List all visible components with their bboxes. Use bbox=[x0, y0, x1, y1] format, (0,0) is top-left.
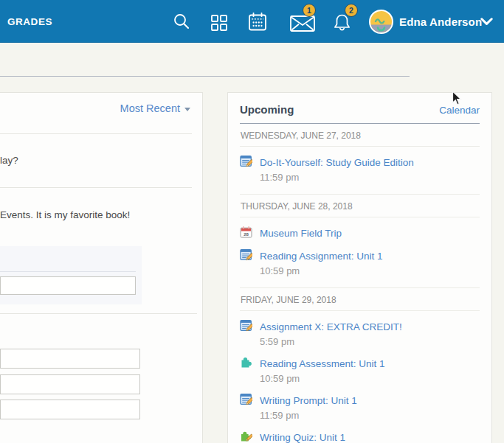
event-row: 28Museum Field Trip bbox=[240, 226, 480, 240]
event-details: Do-It-Yourself: Study Guide Edition11:59… bbox=[260, 156, 414, 183]
event-link[interactable]: Reading Assignment: Unit 1 bbox=[260, 251, 383, 262]
feed-divider bbox=[0, 187, 192, 188]
comment-box-divider bbox=[0, 271, 136, 272]
date-header: WEDNESDAY, JUNE 27, 2018 bbox=[240, 124, 480, 147]
feed-divider bbox=[0, 133, 192, 134]
page-divider bbox=[0, 76, 410, 77]
event-time: 10:59 pm bbox=[260, 265, 383, 276]
nav-item-grades[interactable]: GRADES bbox=[7, 0, 52, 43]
upcoming-section: THURSDAY, JUNE 28, 201828Museum Field Tr… bbox=[240, 195, 480, 288]
reply-input-1[interactable] bbox=[0, 349, 140, 369]
event-link[interactable]: Writing Quiz: Unit 1 bbox=[260, 432, 345, 443]
svg-text:28: 28 bbox=[244, 232, 249, 237]
event-details: Writing Prompt: Unit 111:59 pm bbox=[260, 394, 357, 421]
event-details: Assignment X: EXTRA CREDIT!5:59 pm bbox=[260, 320, 402, 347]
date-header: FRIDAY, JUNE 29, 2018 bbox=[240, 288, 480, 311]
calendar-icon[interactable] bbox=[248, 12, 267, 32]
assignment-icon bbox=[240, 155, 252, 167]
calendar-link[interactable]: Calendar bbox=[439, 105, 480, 116]
assignment-icon bbox=[240, 393, 252, 405]
event-link[interactable]: Museum Field Trip bbox=[260, 228, 342, 239]
upcoming-sections: WEDNESDAY, JUNE 27, 2018Do-It-Yourself: … bbox=[240, 124, 480, 443]
event-details: Reading Assessment: Unit 110:59 pm bbox=[260, 357, 385, 384]
event-details: Reading Assignment: Unit 110:59 pm bbox=[260, 249, 383, 276]
comment-box bbox=[0, 246, 142, 304]
sort-label: Most Recent bbox=[120, 102, 180, 114]
event-row: Do-It-Yourself: Study Guide Edition11:59… bbox=[240, 156, 480, 183]
event-list: 28Museum Field TripReading Assignment: U… bbox=[240, 217, 480, 288]
quiz-icon bbox=[240, 430, 252, 442]
reply-input-2[interactable] bbox=[0, 374, 140, 394]
chevron-down-icon[interactable] bbox=[480, 18, 493, 26]
reply-input-3[interactable] bbox=[0, 400, 140, 419]
feed-card: Most Recent lay? Events. It is my favori… bbox=[0, 92, 203, 443]
event-row: Writing Prompt: Unit 111:59 pm bbox=[240, 394, 480, 421]
event-link[interactable]: Do-It-Yourself: Study Guide Edition bbox=[260, 157, 414, 168]
feed-divider bbox=[0, 313, 197, 314]
search-icon[interactable] bbox=[173, 13, 190, 30]
event-row: Reading Assessment: Unit 110:59 pm bbox=[240, 357, 480, 384]
top-navbar: GRADES bbox=[0, 0, 504, 43]
event-link[interactable]: Reading Assessment: Unit 1 bbox=[260, 358, 385, 369]
avatar[interactable] bbox=[369, 10, 393, 34]
event-time: 11:59 pm bbox=[260, 410, 357, 421]
assignment-icon bbox=[240, 248, 252, 261]
event-time: 11:59 pm bbox=[260, 172, 414, 183]
event-list: Assignment X: EXTRA CREDIT!5:59 pmReadin… bbox=[240, 311, 480, 443]
event-list: Do-It-Yourself: Study Guide Edition11:59… bbox=[240, 147, 480, 195]
caret-down-icon bbox=[184, 108, 190, 111]
event-row: Reading Assignment: Unit 110:59 pm bbox=[240, 249, 480, 276]
assessment-icon bbox=[240, 356, 252, 369]
apps-grid-icon[interactable] bbox=[210, 14, 228, 32]
event-link[interactable]: Writing Prompt: Unit 1 bbox=[260, 395, 357, 406]
messages-icon[interactable] bbox=[290, 15, 315, 32]
event-calendar-icon: 28 bbox=[240, 226, 252, 238]
upcoming-title: Upcoming bbox=[240, 103, 294, 116]
upcoming-section: FRIDAY, JUNE 29, 2018Assignment X: EXTRA… bbox=[240, 288, 480, 443]
event-details: Museum Field Trip bbox=[260, 226, 342, 240]
event-time: 5:59 pm bbox=[260, 336, 402, 347]
assignment-icon bbox=[240, 319, 252, 332]
messages-badge[interactable]: 1 bbox=[303, 4, 316, 17]
sort-dropdown[interactable]: Most Recent bbox=[120, 102, 190, 114]
event-time: 10:59 pm bbox=[260, 373, 385, 384]
post-text-fragment: lay? bbox=[0, 155, 18, 166]
upcoming-section: WEDNESDAY, JUNE 27, 2018Do-It-Yourself: … bbox=[240, 124, 480, 195]
notifications-badge[interactable]: 2 bbox=[345, 4, 358, 17]
event-details: Writing Quiz: Unit 111:59 pm bbox=[260, 430, 345, 443]
event-link[interactable]: Assignment X: EXTRA CREDIT! bbox=[260, 321, 402, 332]
user-name[interactable]: Edna Anderson bbox=[399, 0, 482, 43]
date-header: THURSDAY, JUNE 28, 2018 bbox=[240, 195, 480, 217]
upcoming-card: Upcoming Calendar WEDNESDAY, JUNE 27, 20… bbox=[227, 92, 492, 443]
upcoming-header: Upcoming Calendar bbox=[240, 93, 480, 124]
event-row: Assignment X: EXTRA CREDIT!5:59 pm bbox=[240, 320, 480, 347]
event-row: Writing Quiz: Unit 111:59 pm bbox=[240, 430, 480, 443]
comment-input[interactable] bbox=[0, 276, 136, 295]
post-text-fragment: Events. It is my favorite book! bbox=[0, 209, 130, 220]
